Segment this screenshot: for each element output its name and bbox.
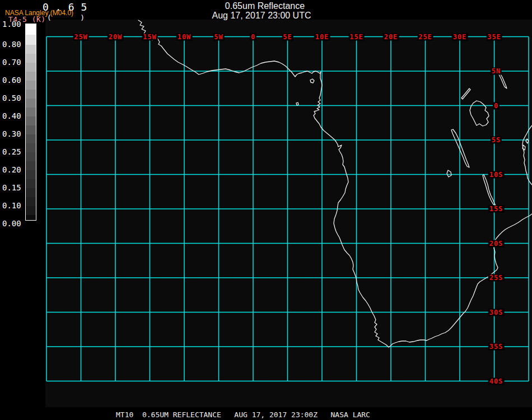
satellite-viewer-screen: 1.000.800.700.600.500.400.300.250.200.15… bbox=[0, 0, 532, 420]
lon-label-0: 0 bbox=[250, 33, 256, 40]
colorbar-units-label: ( ) bbox=[47, 14, 88, 22]
lat-label-15S: 15S bbox=[488, 206, 505, 213]
lake-tanganyika bbox=[451, 129, 469, 167]
lat-label-5N: 5N bbox=[491, 68, 502, 75]
lon-label-25E: 25E bbox=[417, 33, 433, 40]
lon-label-30E: 30E bbox=[452, 33, 468, 40]
lat-label-20S: 20S bbox=[488, 240, 505, 247]
lon-label-20W: 20W bbox=[108, 33, 124, 40]
lon-label-15W: 15W bbox=[142, 33, 158, 40]
colorbar-tick-0.25: 0.25 bbox=[2, 148, 21, 156]
colorbar-tick-0.00: 0.00 bbox=[2, 220, 21, 227]
island-sao-tome bbox=[296, 102, 298, 105]
coastline-overlay bbox=[0, 0, 532, 420]
island-bioko bbox=[310, 79, 314, 83]
lon-label-10W: 10W bbox=[176, 33, 193, 40]
colorbar-tick-0.70: 0.70 bbox=[2, 58, 21, 66]
colorbar-tick-0.30: 0.30 bbox=[2, 130, 21, 138]
lon-label-5E: 5E bbox=[282, 33, 293, 40]
lat-label-0: 0 bbox=[493, 102, 500, 109]
island-zanzibar bbox=[522, 145, 525, 150]
colorbar-tick-0.10: 0.10 bbox=[2, 202, 21, 209]
colorbar-tick-0.50: 0.50 bbox=[2, 94, 21, 102]
colorbar-tick-0.80: 0.80 bbox=[2, 40, 21, 48]
colorbar-tick-0.15: 0.15 bbox=[2, 184, 21, 192]
status-bar-text: MT10 0.65UM REFLECTANCE AUG 17, 2017 23:… bbox=[116, 411, 370, 419]
lake-malawi bbox=[483, 175, 496, 206]
lat-label-10S: 10S bbox=[488, 171, 505, 178]
lat-label-25S: 25S bbox=[488, 274, 505, 282]
lat-label-30S: 30S bbox=[488, 309, 505, 316]
lat-label-5S: 5S bbox=[491, 137, 502, 144]
coastline-africa-west-south bbox=[138, 20, 532, 347]
lon-label-10E: 10E bbox=[314, 33, 330, 40]
lake-turkana bbox=[499, 73, 507, 88]
lake-albert bbox=[461, 88, 470, 99]
colorbar-tick-0.40: 0.40 bbox=[2, 112, 21, 120]
lat-label-40S: 40S bbox=[488, 377, 505, 385]
coastline-east-africa bbox=[522, 125, 532, 185]
colorbar-tick-0.20: 0.20 bbox=[2, 166, 21, 174]
lon-label-15E: 15E bbox=[348, 33, 365, 40]
overlay-param-label: T4-5 (K) bbox=[8, 16, 46, 24]
lon-label-35E: 35E bbox=[486, 33, 502, 40]
lake-mweru bbox=[447, 170, 451, 177]
lat-label-35S: 35S bbox=[488, 343, 505, 351]
lon-label-20E: 20E bbox=[383, 33, 399, 40]
lake-victoria bbox=[470, 101, 489, 126]
lon-label-5W: 5W bbox=[213, 33, 224, 40]
reflectance-colorbar bbox=[25, 24, 36, 221]
colorbar-tick-0.60: 0.60 bbox=[2, 76, 21, 84]
lon-label-25W: 25W bbox=[73, 33, 89, 40]
island-pemba bbox=[526, 139, 529, 143]
